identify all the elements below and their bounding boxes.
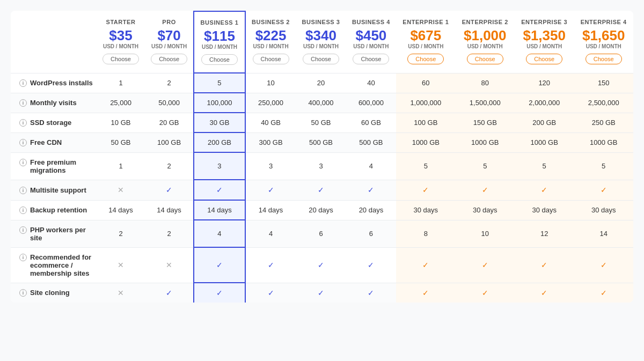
- check-icon: ✓: [601, 186, 607, 194]
- feature-cell-6-4: 20 days: [296, 200, 346, 220]
- feature-cell-8-6: ✓: [396, 247, 455, 283]
- plan-header-enterprise1: ENTERPRISE 1 $675 USD / MONTH Choose: [396, 11, 455, 73]
- check-icon: ✓: [268, 186, 274, 194]
- info-icon-6[interactable]: i: [19, 207, 27, 214]
- feature-row: i Free premium migrations 1233345555: [11, 152, 633, 180]
- feature-name-1: Monthly visits: [30, 99, 77, 107]
- info-icon-4[interactable]: i: [19, 159, 27, 166]
- choose-button-business2[interactable]: Choose: [253, 54, 289, 64]
- feature-cell-4-3: 3: [245, 152, 296, 180]
- check-icon: ✓: [318, 289, 324, 297]
- choose-button-business1[interactable]: Choose: [201, 54, 238, 65]
- plan-price-pro: $70: [148, 28, 190, 42]
- plan-header-business3: BUSINESS 3 $340 USD / MONTH Choose: [296, 11, 346, 73]
- feature-cell-1-3: 250,000: [245, 93, 296, 113]
- plan-period-business1: USD / MONTH: [197, 44, 241, 50]
- feature-cell-2-8: 200 GB: [515, 113, 574, 132]
- choose-button-enterprise2[interactable]: Choose: [467, 54, 503, 64]
- info-icon-7[interactable]: i: [19, 226, 27, 234]
- feature-cell-6-9: 30 days: [574, 200, 633, 220]
- plan-price-enterprise1: $675: [399, 28, 452, 42]
- plan-name-pro: PRO: [148, 19, 190, 25]
- feature-row: i Multisite support ✕✓✓✓✓✓✓✓✓✓: [11, 180, 633, 200]
- plan-name-enterprise4: ENTERPRISE 4: [577, 19, 630, 25]
- feature-cell-5-6: ✓: [396, 180, 455, 200]
- info-icon-1[interactable]: i: [19, 99, 27, 107]
- feature-cell-8-4: ✓: [296, 247, 346, 283]
- feature-cell-2-4: 50 GB: [296, 113, 346, 132]
- info-icon-5[interactable]: i: [19, 187, 27, 194]
- plan-header-enterprise4: ENTERPRISE 4 $1,650 USD / MONTH Choose: [574, 11, 633, 73]
- feature-cell-6-2: 14 days: [194, 200, 245, 220]
- feature-cell-9-0: ✕: [97, 283, 145, 303]
- feature-cell-0-3: 10: [245, 73, 296, 93]
- plan-header-starter: STARTER $35 USD / MONTH Choose: [97, 11, 145, 73]
- check-icon: ✓: [166, 186, 172, 194]
- feature-cell-7-0: 2: [97, 220, 145, 247]
- feature-name-7: PHP workers per site: [30, 226, 93, 242]
- plan-name-enterprise3: ENTERPRISE 3: [518, 19, 570, 25]
- feature-cell-3-8: 1000 GB: [515, 132, 574, 152]
- feature-cell-7-4: 6: [296, 220, 346, 247]
- choose-button-enterprise4[interactable]: Choose: [586, 54, 622, 64]
- feature-cell-7-6: 8: [396, 220, 455, 247]
- feature-cell-9-2: ✓: [194, 283, 245, 303]
- plan-period-starter: USD / MONTH: [100, 43, 142, 49]
- feature-cell-5-2: ✓: [194, 180, 245, 200]
- plan-period-business2: USD / MONTH: [249, 43, 293, 49]
- plan-period-pro: USD / MONTH: [148, 43, 190, 49]
- check-icon: ✓: [541, 261, 547, 269]
- feature-cell-2-2: 30 GB: [194, 113, 245, 132]
- plan-price-business3: $340: [299, 28, 342, 42]
- feature-cell-0-8: 120: [515, 73, 574, 93]
- feature-cell-8-8: ✓: [515, 247, 574, 283]
- info-icon-3[interactable]: i: [19, 139, 27, 146]
- plan-name-business3: BUSINESS 3: [299, 19, 342, 25]
- feature-row: i PHP workers per site 2244668101214: [11, 220, 633, 247]
- plan-header-business2: BUSINESS 2 $225 USD / MONTH Choose: [245, 11, 296, 73]
- feature-cell-4-5: 4: [346, 152, 396, 180]
- feature-cell-8-1: ✕: [145, 247, 194, 283]
- feature-cell-9-9: ✓: [574, 283, 633, 303]
- plan-name-business4: BUSINESS 4: [349, 19, 393, 25]
- feature-cell-9-3: ✓: [245, 283, 296, 303]
- choose-button-enterprise1[interactable]: Choose: [407, 54, 444, 64]
- plan-price-starter: $35: [100, 28, 142, 42]
- check-icon: ✓: [216, 186, 223, 194]
- feature-cell-9-5: ✓: [346, 283, 396, 303]
- feature-cell-5-8: ✓: [515, 180, 574, 200]
- plan-period-enterprise3: USD / MONTH: [518, 43, 570, 49]
- info-icon-0[interactable]: i: [19, 79, 27, 87]
- choose-button-business4[interactable]: Choose: [353, 54, 389, 64]
- plan-header-business4: BUSINESS 4 $450 USD / MONTH Choose: [346, 11, 396, 73]
- check-icon: ✓: [422, 186, 429, 194]
- plan-price-business2: $225: [249, 28, 293, 42]
- feature-cell-1-9: 2,500,000: [574, 93, 633, 113]
- feature-label-5: i Multisite support: [11, 180, 97, 200]
- choose-button-business3[interactable]: Choose: [303, 54, 339, 64]
- feature-row: i Backup retention 14 days14 days14 days…: [11, 200, 633, 220]
- feature-cell-2-7: 150 GB: [456, 113, 515, 132]
- info-icon-9[interactable]: i: [19, 289, 27, 297]
- plan-price-business1: $115: [197, 29, 241, 43]
- feature-cell-2-0: 10 GB: [97, 113, 145, 132]
- feature-label-9: i Site cloning: [11, 283, 97, 303]
- feature-cell-8-7: ✓: [456, 247, 515, 283]
- feature-cell-5-4: ✓: [296, 180, 346, 200]
- feature-cell-7-3: 4: [245, 220, 296, 247]
- choose-button-pro[interactable]: Choose: [151, 54, 187, 64]
- feature-cell-0-4: 20: [296, 73, 346, 93]
- plan-price-business4: $450: [349, 28, 393, 42]
- choose-button-enterprise3[interactable]: Choose: [526, 54, 562, 64]
- plan-header-business1: BUSINESS 1 $115 USD / MONTH Choose: [194, 11, 245, 73]
- info-icon-2[interactable]: i: [19, 119, 27, 127]
- feature-cell-6-1: 14 days: [145, 200, 194, 220]
- feature-cell-3-2: 200 GB: [194, 132, 245, 152]
- feature-row: i Site cloning ✕✓✓✓✓✓✓✓✓✓: [11, 283, 633, 303]
- feature-name-5: Multisite support: [30, 186, 86, 194]
- feature-row: i Recommended for ecommerce / membership…: [11, 247, 633, 283]
- info-icon-8[interactable]: i: [19, 254, 27, 261]
- feature-name-6: Backup retention: [30, 206, 87, 214]
- choose-button-starter[interactable]: Choose: [103, 54, 139, 64]
- feature-cell-3-3: 300 GB: [245, 132, 296, 152]
